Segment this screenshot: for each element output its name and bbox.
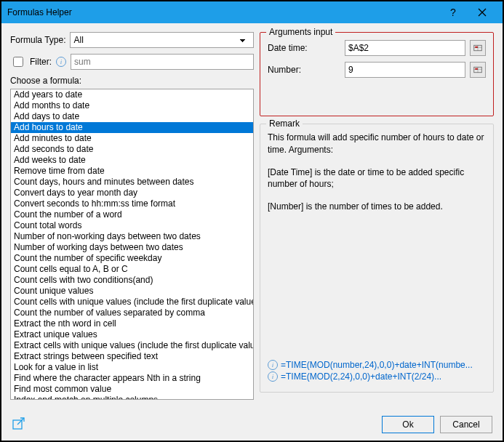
share-icon[interactable] (12, 417, 26, 432)
formula-item[interactable]: Convert seconds to hh:mm:ss time format (11, 198, 253, 209)
formula-type-select[interactable]: All (70, 32, 254, 48)
formula-item[interactable]: Count days, hours and minutes between da… (11, 177, 253, 188)
info-icon: i (268, 371, 278, 382)
formula-item[interactable]: Extract the nth word in cell (11, 318, 253, 329)
cancel-button[interactable]: Cancel (440, 416, 492, 433)
arguments-legend: Arguments input (266, 27, 335, 37)
dialog-window: Formulas Helper ? Formula Type: All Filt… (0, 0, 504, 442)
number-input[interactable] (345, 62, 465, 78)
close-button[interactable] (468, 1, 497, 23)
svg-rect-7 (475, 68, 478, 70)
left-panel: Formula Type: All Filter: i Choose a for… (10, 32, 254, 400)
formula-preview-2: i =TIME(MOD(2,24),0,0)+date+INT(2/24)... (268, 371, 486, 382)
formula-item[interactable]: Extract strings between specified text (11, 351, 253, 362)
svg-line-11 (17, 418, 24, 425)
ok-button[interactable]: Ok (382, 416, 434, 433)
datetime-input[interactable] (345, 40, 465, 56)
window-title: Formulas Helper (7, 7, 439, 17)
remark-text-1: This formula will add specific number of… (268, 132, 486, 156)
choose-formula-label: Choose a formula: (10, 76, 254, 86)
formula-item[interactable]: Count unique values (11, 286, 253, 297)
content-area: Formula Type: All Filter: i Choose a for… (1, 23, 503, 409)
formula-item[interactable]: Find most common value (11, 384, 253, 395)
formula-type-label: Formula Type: (10, 35, 65, 45)
filter-input[interactable] (71, 54, 254, 70)
filter-label: Filter: (30, 57, 52, 67)
formula-item[interactable]: Extract unique values (11, 329, 253, 340)
formula-item[interactable]: Number of working days between two dates (11, 242, 253, 253)
formula-item[interactable]: Count the number of specific weekday (11, 253, 253, 264)
titlebar: Formulas Helper ? (1, 1, 503, 23)
range-select-icon (473, 44, 482, 52)
formula-item[interactable]: Count the number of values separated by … (11, 308, 253, 318)
formula-item[interactable]: Count cells with unique values (include … (11, 297, 253, 308)
formula-item[interactable]: Count total words (11, 220, 253, 231)
remark-text-2: [Date Time] is the date or time to be ad… (268, 166, 486, 191)
formula-item[interactable]: Find where the character appears Nth in … (11, 373, 253, 384)
range-select-icon (473, 65, 482, 74)
remark-legend: Remark (266, 118, 303, 129)
datetime-label: Date time: (268, 43, 340, 53)
datetime-ref-button[interactable] (470, 40, 486, 56)
remark-text-3: [Number] is the number of times to be ad… (268, 201, 486, 213)
formula-preview-1: i =TIME(MOD(number,24),0,0)+date+INT(num… (268, 360, 486, 370)
formula-item[interactable]: Extract cells with unique values (includ… (11, 340, 253, 351)
help-button[interactable]: ? (439, 1, 468, 23)
formula-item[interactable]: Add hours to date (11, 122, 253, 133)
formula-item[interactable]: Add minutes to date (11, 133, 253, 144)
arguments-fieldset: Arguments input Date time: Number: (260, 32, 494, 116)
formula-list[interactable]: Add years to dateAdd months to dateAdd d… (10, 89, 254, 400)
formula-item[interactable]: Add years to date (11, 89, 253, 100)
formula-item[interactable]: Index and match on multiple columns (11, 395, 253, 400)
formula-item[interactable]: Count cells equal to A, B or C (11, 264, 253, 275)
svg-rect-3 (475, 47, 478, 48)
formula-item[interactable]: Look for a value in list (11, 362, 253, 373)
formula-item[interactable]: Add seconds to date (11, 144, 253, 155)
formula-item[interactable]: Count the number of a word (11, 209, 253, 220)
info-icon: i (268, 360, 278, 370)
formula-item[interactable]: Convert days to year month day (11, 188, 253, 198)
filter-checkbox[interactable] (13, 57, 23, 67)
remark-fieldset: Remark This formula will add specific nu… (260, 124, 494, 393)
formula-item[interactable]: Remove time from date (11, 166, 253, 177)
formula-item[interactable]: Add days to date (11, 111, 253, 122)
number-ref-button[interactable] (470, 62, 486, 78)
info-icon[interactable]: i (56, 57, 66, 67)
formula-item[interactable]: Add weeks to date (11, 155, 253, 166)
number-label: Number: (268, 65, 340, 75)
formula-item[interactable]: Number of non-working days between two d… (11, 231, 253, 242)
footer: Ok Cancel (1, 409, 503, 441)
formula-item[interactable]: Count cells with two conditions(and) (11, 275, 253, 286)
right-panel: Arguments input Date time: Number: (260, 32, 494, 400)
formula-item[interactable]: Add months to date (11, 100, 253, 111)
